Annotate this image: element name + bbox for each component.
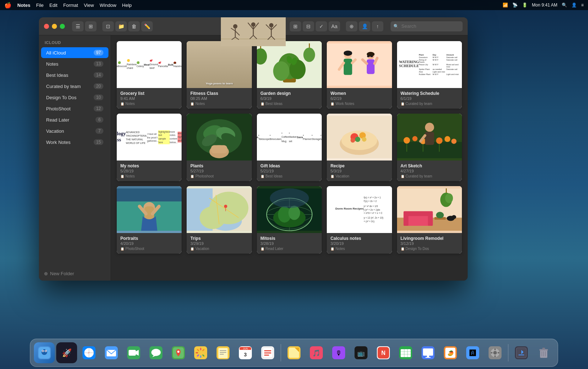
note-folder: 📋 PhotoShoot [120, 247, 178, 251]
note-card-mitosis[interactable]: Mitosis 3/28/19 📋 Read Later [257, 186, 322, 254]
dock-finder[interactable] [34, 342, 55, 363]
app-menu-notes[interactable]: Notes [17, 3, 30, 8]
svg-point-123 [45, 351, 46, 352]
note-card-garden-design[interactable]: Garden design 6/3/19 📋 Best Ideas [257, 41, 322, 109]
svg-rect-165 [264, 352, 271, 353]
note-folder: 📋 Best Ideas [260, 102, 318, 106]
dock-facetime[interactable] [123, 342, 144, 363]
dock-notes[interactable] [213, 342, 233, 363]
dock-numbers[interactable] [395, 342, 416, 363]
note-date: 08:25 AM [190, 96, 248, 101]
note-card-grocery-list[interactable]: Groceries 🔴 Tomatoes🟢 Broccoli🟡 Rainbow … [117, 41, 182, 109]
new-folder-button[interactable]: ⊕ New Folder [44, 271, 74, 276]
note-card-gift-ideas[interactable]: Birthday Gift Ideas Tim • Telescope• Bin… [257, 114, 322, 181]
svg-rect-199 [491, 352, 493, 353]
menu-help[interactable]: Help [122, 3, 132, 8]
folder-icon: 📋 [260, 102, 264, 106]
user-avatar[interactable]: 👤 [571, 3, 577, 8]
wifi-icon: 📶 [503, 3, 508, 8]
note-date: 6/1/19 [401, 96, 458, 101]
sidebar-item-photoshoot[interactable]: PhotoShoot 12 [41, 103, 108, 114]
sidebar-item-label: Curated by team [46, 84, 94, 89]
menu-file[interactable]: File [36, 3, 44, 8]
sidebar-items: All iCloud 97 Notes 13 Best Ideas 14 Cur… [39, 47, 111, 148]
dock-music[interactable]: 🎵 [306, 342, 327, 363]
note-folder: 📋 Curated by team [401, 174, 458, 178]
note-card-livingroom-remodel[interactable]: Livingroom Remodel 3/12/19 📋 Design To D… [397, 186, 462, 254]
dock-trash[interactable] [533, 342, 554, 363]
note-date: 3/12/19 [401, 241, 458, 246]
dock-messages[interactable] [146, 342, 166, 363]
svg-point-58 [355, 137, 360, 142]
folder-icon: 📋 [330, 102, 334, 106]
sidebar-item-design-to-dos[interactable]: Design To Dos 10 [41, 92, 108, 103]
note-card-women[interactable]: Women 6/2/19 📋 Work Notes [327, 41, 392, 109]
dock-downloads[interactable] [511, 342, 532, 363]
dock-keynote[interactable] [418, 342, 438, 363]
apple-menu[interactable]: 🍎 [4, 2, 12, 9]
search-menubar-icon[interactable]: 🔍 [562, 3, 567, 8]
dock-news[interactable]: N [373, 342, 394, 363]
sidebar-item-label: PhotoShoot [46, 106, 94, 111]
note-card-recipe[interactable]: Recipe 5/3/19 📋 Vacation [327, 114, 392, 181]
note-title: Recipe [330, 163, 388, 168]
note-folder: 📋 Best Ideas [260, 174, 318, 178]
note-title: Art Sketch [401, 163, 458, 168]
dock-apple-tv[interactable]: 📺 [351, 342, 371, 363]
svg-point-36 [344, 50, 352, 56]
dock-mango[interactable]: 🥭 [440, 342, 461, 363]
note-title: Trips [190, 236, 248, 241]
dock-app-store[interactable]: 🅰 [462, 342, 483, 363]
sidebar-item-curated-by-team[interactable]: Curated by team 20 [41, 81, 108, 92]
dock-photos[interactable] [190, 342, 211, 363]
note-card-my-notes[interactable]: BiologyClass ADVANCED TRICHINOPTERA: THE… [117, 114, 182, 181]
notes-area[interactable]: Groceries 🔴 Tomatoes🟢 Broccoli🟡 Rainbow … [111, 35, 468, 281]
svg-text:🅰: 🅰 [469, 350, 476, 357]
dock-podcasts[interactable]: 🎙 [328, 342, 349, 363]
menu-edit[interactable]: Edit [49, 3, 57, 8]
dock-maps[interactable] [168, 342, 189, 363]
note-card-portraits[interactable]: Portraits 4/20/19 📋 PhotoShoot [117, 186, 182, 254]
note-card-fitness-class[interactable]: Yoga poses to learn [187, 41, 251, 109]
sidebar-item-work-notes[interactable]: Work Notes 15 [41, 137, 108, 148]
note-card-art-sketch[interactable]: Art Sketch 4/27/19 📋 Curated by team [397, 114, 462, 181]
svg-rect-188 [426, 357, 431, 358]
svg-text:📺: 📺 [357, 350, 365, 357]
dock-reminders[interactable] [257, 342, 278, 363]
sidebar-item-vacation[interactable]: Vacation 7 [41, 126, 108, 136]
dock-stickies[interactable] [284, 342, 304, 363]
svg-point-122 [43, 351, 44, 352]
sidebar: iCloud All iCloud 97 Notes 13 Best Ideas… [39, 35, 111, 281]
note-folder: 📋 Vacation [330, 174, 388, 178]
note-card-watering-schedule[interactable]: WATERINGSCHEDULE PlantDayAmount Geranium… [397, 41, 462, 109]
svg-rect-33 [344, 59, 352, 75]
note-card-trips[interactable]: Trips 3/29/19 📋 Vacation [187, 186, 251, 254]
sidebar-item-best-ideas[interactable]: Best Ideas 14 [41, 70, 108, 80]
notes-window: ☰ ⊞ ⊡ 📁 🗑 ✏️ ⊞ ⊟ ✓ Aa ⊕ 👤 ↑ 🔍 iClou [39, 17, 468, 281]
control-center-icon[interactable]: ≡ [581, 3, 584, 8]
menu-format[interactable]: Format [63, 3, 78, 8]
sidebar-item-notes[interactable]: Notes 13 [41, 58, 108, 69]
note-card-calculus-notes[interactable]: Dorm Room Recipes f(x) = x² + 2x + 1 f'(… [327, 186, 392, 254]
svg-text:N: N [381, 350, 386, 356]
menu-window[interactable]: Window [100, 3, 116, 8]
sidebar-item-count: 15 [94, 139, 103, 145]
sidebar-item-all-icloud[interactable]: All iCloud 97 [41, 47, 108, 58]
folder-icon: 📋 [401, 247, 405, 251]
note-date: 4/27/19 [401, 169, 458, 173]
svg-rect-31 [327, 43, 392, 85]
folder-icon: 📋 [330, 175, 334, 178]
note-card-plants[interactable]: Plants 5/27/19 📋 Photoshoot [187, 114, 251, 181]
dock-launchpad[interactable]: 🚀 [56, 342, 77, 363]
dock-system-prefs[interactable] [485, 342, 505, 363]
menu-view[interactable]: View [84, 3, 94, 8]
note-folder: 📋 Vacation [190, 247, 248, 251]
dock-safari[interactable] [79, 342, 99, 363]
svg-rect-208 [542, 348, 545, 350]
sidebar-item-read-later[interactable]: Read Later 6 [41, 114, 108, 125]
dock-calendar[interactable]: 3JUN [235, 342, 256, 363]
folder-icon: 📋 [190, 102, 194, 106]
note-date: 3/29/19 [190, 241, 248, 246]
sidebar-item-label: Notes [46, 61, 94, 67]
dock-mail[interactable] [101, 342, 122, 363]
